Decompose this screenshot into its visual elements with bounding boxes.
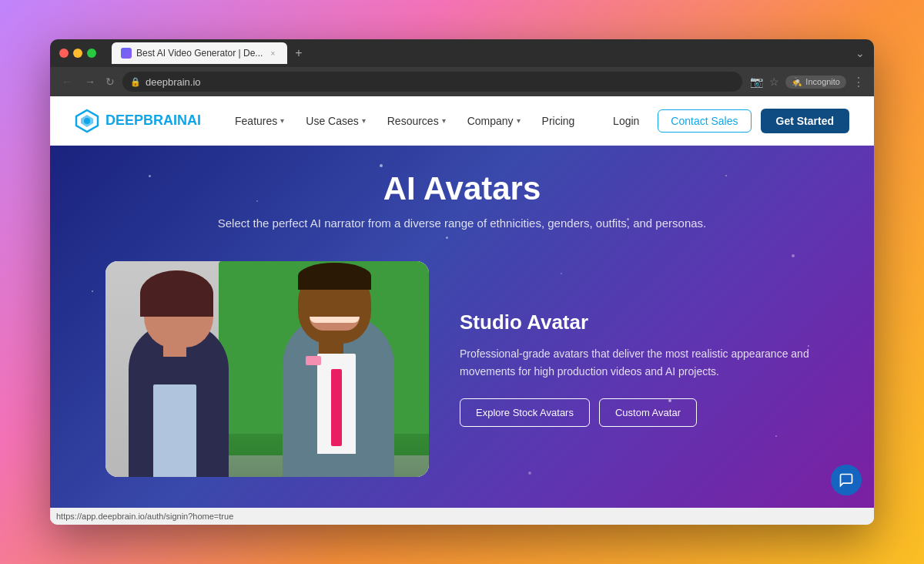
minimize-button[interactable] bbox=[73, 49, 82, 58]
resources-chevron-icon: ▾ bbox=[442, 116, 446, 125]
bookmark-icon[interactable]: ☆ bbox=[769, 76, 779, 88]
avatar-description: Professional-grade avatars that deliver … bbox=[460, 345, 837, 380]
use-cases-chevron-icon: ▾ bbox=[362, 116, 366, 125]
avatar-action-buttons: Explore Stock Avatars Custom Avatar bbox=[460, 398, 837, 427]
nav-use-cases[interactable]: Use Cases ▾ bbox=[296, 110, 374, 132]
close-button[interactable] bbox=[59, 49, 69, 58]
title-bar: Best AI Video Generator | De... × + ⌄ bbox=[50, 39, 874, 67]
svg-point-2 bbox=[84, 118, 90, 124]
browser-menu-button[interactable]: ⋮ bbox=[852, 75, 865, 89]
status-bar: https://app.deepbrain.io/auth/signin?hom… bbox=[50, 508, 874, 525]
address-actions: 📷 ☆ 🕵 Incognito ⋮ bbox=[750, 75, 865, 89]
tab-close-button[interactable]: × bbox=[267, 48, 278, 59]
company-chevron-icon: ▾ bbox=[517, 116, 521, 125]
url-text: deepbrain.io bbox=[146, 76, 201, 88]
incognito-label: Incognito bbox=[805, 77, 840, 86]
nav-pricing[interactable]: Pricing bbox=[533, 110, 584, 132]
tab-expand-icon: ⌄ bbox=[855, 47, 865, 59]
webpage: DEEPBRAINAI Features ▾ Use Cases ▾ Resou… bbox=[50, 96, 874, 525]
back-button[interactable]: ← bbox=[59, 76, 75, 88]
nav-company[interactable]: Company ▾ bbox=[458, 110, 530, 132]
tab-title: Best AI Video Generator | De... bbox=[136, 48, 263, 59]
hero-section: AI Avatars Select the perfect AI narrato… bbox=[50, 146, 874, 508]
hero-subtitle: Select the perfect AI narrator from a di… bbox=[50, 217, 874, 230]
logo-icon bbox=[75, 109, 99, 133]
hero-content: AI Avatars Select the perfect AI narrato… bbox=[50, 146, 874, 230]
hero-body: Studio Avatar Professional-grade avatars… bbox=[50, 230, 874, 508]
camera-off-icon: 📷 bbox=[750, 76, 763, 88]
hero-title: AI Avatars bbox=[50, 170, 874, 207]
address-bar: ← → ↻ 🔒 deepbrain.io 📷 ☆ 🕵 Incognito ⋮ bbox=[50, 67, 874, 96]
nav-resources[interactable]: Resources ▾ bbox=[378, 110, 455, 132]
nav-actions: Login Contact Sales Get Started bbox=[604, 109, 849, 133]
chat-bubble-button[interactable] bbox=[831, 465, 862, 495]
logo[interactable]: DEEPBRAINAI bbox=[75, 109, 201, 133]
avatar-info: Studio Avatar Professional-grade avatars… bbox=[460, 311, 837, 427]
custom-avatar-button[interactable]: Custom Avatar bbox=[599, 398, 697, 427]
avatar-type-title: Studio Avatar bbox=[460, 311, 837, 334]
tab-bar: Best AI Video Generator | De... × + ⌄ bbox=[112, 42, 865, 64]
explore-stock-avatars-button[interactable]: Explore Stock Avatars bbox=[460, 398, 590, 427]
url-bar[interactable]: 🔒 deepbrain.io bbox=[122, 72, 742, 92]
forward-button[interactable]: → bbox=[82, 76, 98, 88]
browser-window: Best AI Video Generator | De... × + ⌄ ← … bbox=[50, 39, 874, 525]
lock-icon: 🔒 bbox=[130, 77, 141, 87]
tab-favicon bbox=[121, 48, 132, 59]
get-started-button[interactable]: Get Started bbox=[761, 109, 849, 133]
new-tab-button[interactable]: + bbox=[290, 46, 306, 60]
contact-sales-button[interactable]: Contact Sales bbox=[658, 109, 751, 133]
incognito-icon: 🕵 bbox=[792, 77, 802, 87]
main-nav: DEEPBRAINAI Features ▾ Use Cases ▾ Resou… bbox=[50, 96, 874, 146]
nav-links: Features ▾ Use Cases ▾ Resources ▾ Compa… bbox=[226, 110, 604, 132]
nav-features[interactable]: Features ▾ bbox=[226, 110, 293, 132]
maximize-button[interactable] bbox=[87, 49, 96, 58]
refresh-button[interactable]: ↻ bbox=[105, 76, 115, 88]
incognito-badge: 🕵 Incognito bbox=[785, 76, 846, 89]
active-tab[interactable]: Best AI Video Generator | De... × bbox=[112, 42, 287, 64]
traffic-lights bbox=[59, 49, 96, 58]
avatar-card bbox=[105, 261, 429, 477]
status-url: https://app.deepbrain.io/auth/signin?hom… bbox=[56, 512, 233, 521]
features-chevron-icon: ▾ bbox=[280, 116, 284, 125]
logo-text: DEEPBRAINAI bbox=[105, 112, 201, 129]
login-button[interactable]: Login bbox=[604, 110, 648, 132]
